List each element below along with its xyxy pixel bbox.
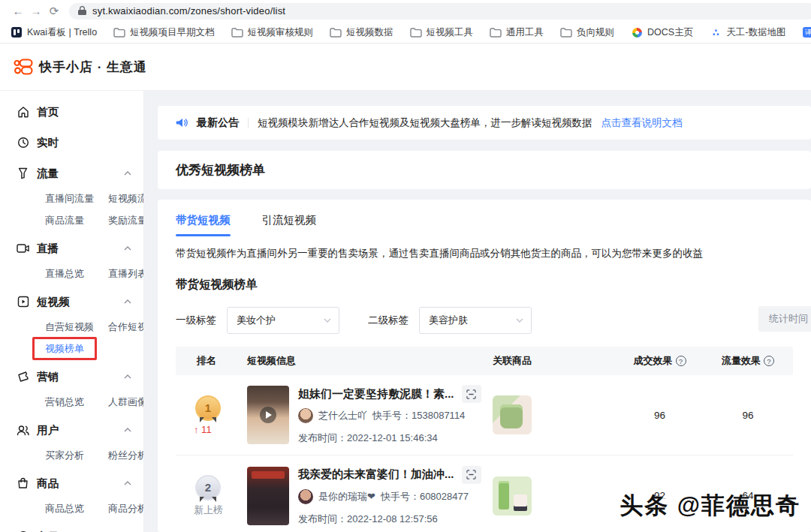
author-name[interactable]: 芝什么士吖 <box>318 409 367 422</box>
sidebar-item-audience-profile[interactable]: 人群画像 <box>108 394 144 410</box>
forward-icon[interactable]: → <box>27 5 45 17</box>
header-rank: 排名 <box>176 354 247 368</box>
author-name[interactable]: 是你的瑞瑞❤ <box>318 490 375 503</box>
level2-tag-label: 二级标签 <box>368 314 409 327</box>
back-icon[interactable]: ← <box>9 5 27 17</box>
video-title[interactable]: 姐妹们一定要坚持敷泥膜！素... <box>298 387 454 401</box>
bookmark-label: 短视频工具 <box>427 26 474 39</box>
reload-icon[interactable]: ⟳ <box>45 5 63 18</box>
sidebar-item-traffic[interactable]: 流量 <box>17 164 143 182</box>
speaker-icon <box>176 117 188 128</box>
table-row[interactable]: 1 ↑ 11 姐妹们一定要坚持敷泥膜！素... <box>176 375 793 455</box>
publish-time: 发布时间：2022-12-01 15:46:34 <box>298 431 481 445</box>
video-thumbnail[interactable] <box>247 467 289 525</box>
help-icon[interactable]: ? <box>676 356 686 366</box>
product-image[interactable] <box>493 395 532 434</box>
sidebar-item-video-traffic[interactable]: 短视频流量 <box>108 191 144 207</box>
tab-drainage-videos[interactable]: 引流短视频 <box>262 213 317 236</box>
folder-icon <box>490 26 502 38</box>
sidebar-item-live-overview[interactable]: 直播总览 <box>45 266 108 282</box>
logo-text: 快手小店 · 生意通 <box>39 59 147 76</box>
sidebar-item-marketing[interactable]: 营销 <box>17 368 143 386</box>
author-avatar <box>298 408 313 423</box>
ranking-card: 带货短视频 引流短视频 带货短视频作为直播间外另一重要的售卖场景，通过售卖直播间… <box>158 200 811 532</box>
sidebar-item-product-overview[interactable]: 商品总览 <box>45 500 108 517</box>
sidebar-item-product-traffic[interactable]: 商品流量 <box>45 212 108 229</box>
sidebar-item-coop-videos[interactable]: 合作短视频 <box>108 319 144 335</box>
filter-bar: 一级标签 美妆个护 二级标签 美容护肤 统计时间 <box>176 306 793 335</box>
sidebar-item-live-traffic[interactable]: 直播间流量 <box>45 191 108 207</box>
bookmarks-bar: Kwai看板 | Trello 短视频项目早期文档 短视频审核规则 短视频数据 … <box>0 22 811 44</box>
sidebar-item-label: 实时 <box>37 136 59 150</box>
app-logo[interactable]: 快手小店 · 生意通 <box>14 59 147 76</box>
level1-tag-label: 一级标签 <box>176 314 216 327</box>
bookmark-folder-2[interactable]: 短视频审核规则 <box>231 26 314 39</box>
bookmark-translate[interactable]: 译 百度翻译-200种语... <box>802 26 811 39</box>
video-type-tabs: 带货短视频 引流短视频 <box>176 213 793 236</box>
sidebar-item-live[interactable]: 直播 <box>17 239 143 257</box>
video-play-icon <box>17 296 29 308</box>
chevron-up-icon[interactable] <box>124 481 131 485</box>
sidebar-item-products[interactable]: 商品 <box>17 474 143 492</box>
bookmark-tiangong[interactable]: ∴ 天工-数据地图 <box>710 26 785 39</box>
rank-change: 新上榜 <box>194 503 223 517</box>
sidebar-item-fans-analysis[interactable]: 粉丝分析 <box>108 447 144 464</box>
stat-time-button[interactable]: 统计时间 <box>758 306 811 332</box>
chevron-up-icon[interactable] <box>124 374 131 379</box>
sidebar-item-shortvideo[interactable]: 短视频 <box>17 293 143 311</box>
scan-qr-button[interactable] <box>462 466 481 484</box>
rank-change: ↑ 11 <box>194 424 212 435</box>
folder-icon <box>330 26 342 38</box>
sidebar-item-users[interactable]: 用户 <box>17 421 143 439</box>
video-thumbnail[interactable] <box>247 386 289 444</box>
bookmark-folder-5[interactable]: 通用工具 <box>490 26 544 39</box>
list-title: 带货短视频榜单 <box>176 277 793 293</box>
sidebar-item-reward-traffic[interactable]: 奖励流量 <box>108 212 144 229</box>
users-icon <box>17 424 29 437</box>
sidebar-item-buyer-analysis[interactable]: 买家分析 <box>45 447 108 464</box>
divider <box>248 118 249 128</box>
announcement-badge: 最新公告 <box>197 116 239 130</box>
announcement-doc-link[interactable]: 点击查看说明文档 <box>601 116 683 130</box>
sidebar-item-home[interactable]: 首页 <box>17 103 143 121</box>
chevron-up-icon[interactable] <box>124 171 131 176</box>
level2-tag-select[interactable]: 美容护肤 <box>419 307 532 334</box>
sidebar-item-product-analysis[interactable]: 商品分析 <box>108 500 144 517</box>
tab-selling-videos[interactable]: 带货短视频 <box>176 213 231 236</box>
help-icon[interactable]: ? <box>764 356 774 366</box>
header-deal-effect: 成交效果? <box>617 354 703 368</box>
bookmark-folder-3[interactable]: 短视频数据 <box>330 26 393 39</box>
video-title[interactable]: 我亲爱的未来富婆们！加油冲... <box>298 467 454 482</box>
rank-cell: 1 ↑ 11 <box>176 395 247 435</box>
folder-icon <box>560 26 572 38</box>
rank-cell: 2 新上榜 <box>176 475 247 517</box>
announcement-text: 短视频模块新增达人合作短视频及短视频大盘榜单，进一步解读短视频数据 <box>258 116 592 130</box>
video-info-cell: 我亲爱的未来富婆们！加油冲... 是你的瑞瑞❤ 快手号：608028477 发布… <box>247 466 493 526</box>
url-bar[interactable]: syt.kwaixiaodian.com/zones/short-video/l… <box>69 3 811 20</box>
bookmark-folder-4[interactable]: 短视频工具 <box>410 26 474 39</box>
lock-icon <box>78 6 86 16</box>
bookmark-label: 通用工具 <box>506 26 544 39</box>
scan-qr-button[interactable] <box>462 385 481 403</box>
bookmark-folder-6[interactable]: 负向规则 <box>560 26 614 39</box>
app-header: 快手小店 · 生意通 <box>0 44 811 91</box>
gold-medal-icon: 1 <box>195 395 221 421</box>
sidebar-item-realtime[interactable]: 实时 <box>17 134 143 152</box>
chevron-up-icon[interactable] <box>124 246 131 251</box>
bookmark-folder-1[interactable]: 短视频项目早期文档 <box>113 26 215 39</box>
product-image[interactable] <box>493 476 532 515</box>
sidebar-item-live-list[interactable]: 直播列表 <box>108 266 144 282</box>
sidebar-item-own-videos[interactable]: 自营短视频 <box>45 319 108 335</box>
traffic-effect-value: 96 <box>703 410 793 421</box>
bookmark-trello[interactable]: Kwai看板 | Trello <box>11 26 97 39</box>
live-camera-icon <box>17 242 29 255</box>
chevron-up-icon[interactable] <box>124 428 131 432</box>
sidebar-item-label: 营销 <box>37 370 59 384</box>
bookmark-docs[interactable]: DOCS主页 <box>631 26 693 39</box>
sidebar-item-video-ranking[interactable]: 视频榜单 <box>45 341 108 357</box>
docs-icon <box>631 26 643 38</box>
chevron-up-icon[interactable] <box>124 299 131 304</box>
sidebar-item-trade[interactable]: 交易 <box>17 527 143 532</box>
level1-tag-select[interactable]: 美妆个护 <box>227 307 339 334</box>
sidebar-item-marketing-overview[interactable]: 营销总览 <box>45 394 108 410</box>
